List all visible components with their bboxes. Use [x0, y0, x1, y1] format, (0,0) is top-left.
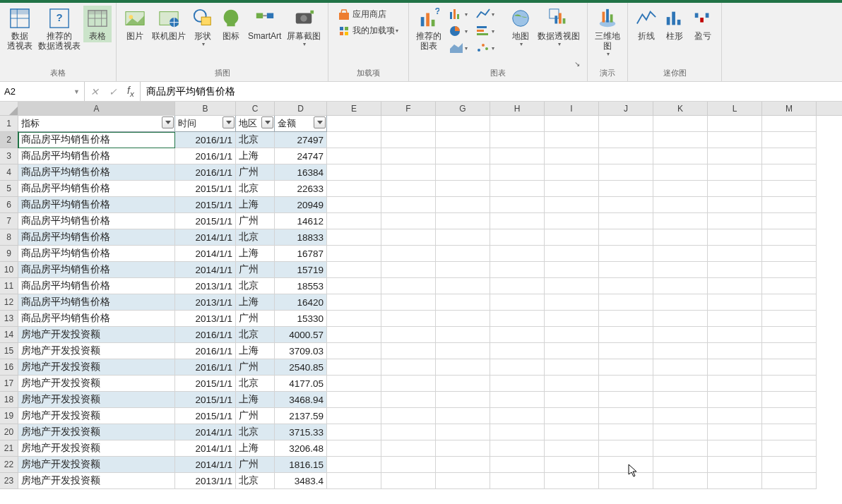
cell[interactable]: 16787: [275, 246, 327, 262]
cell[interactable]: [708, 359, 762, 376]
cell[interactable]: 上海: [236, 440, 275, 457]
cell[interactable]: [762, 457, 817, 473]
maps-button[interactable]: 地图: [506, 6, 535, 49]
cell[interactable]: 商品房平均销售价格: [18, 229, 175, 246]
cell[interactable]: [490, 343, 545, 359]
cell[interactable]: [708, 197, 762, 213]
cell[interactable]: [762, 197, 817, 213]
cell[interactable]: [762, 311, 817, 327]
row-header[interactable]: 12: [0, 294, 18, 311]
row-header[interactable]: 2: [0, 132, 18, 148]
cell[interactable]: [490, 376, 545, 392]
cell[interactable]: 北京: [236, 376, 275, 392]
cell[interactable]: [381, 262, 436, 278]
cell[interactable]: [545, 164, 599, 181]
col-header-M[interactable]: M: [762, 102, 817, 115]
cell[interactable]: [762, 440, 817, 457]
row-header[interactable]: 13: [0, 311, 18, 327]
cell[interactable]: 2013/1/1: [175, 311, 236, 327]
cell[interactable]: [327, 457, 381, 473]
cell[interactable]: [653, 278, 708, 294]
cell[interactable]: 2014/1/1: [175, 440, 236, 457]
cell[interactable]: [762, 164, 817, 181]
cell[interactable]: [327, 376, 381, 392]
cell[interactable]: [436, 181, 490, 197]
cell[interactable]: 广州: [236, 213, 275, 229]
scatter-chart-button[interactable]: [472, 40, 497, 56]
cell[interactable]: [327, 327, 381, 343]
row-header[interactable]: 10: [0, 262, 18, 278]
cell[interactable]: [545, 197, 599, 213]
cell[interactable]: 18553: [275, 278, 327, 294]
cell[interactable]: 16384: [275, 164, 327, 181]
cell[interactable]: [708, 343, 762, 359]
cell[interactable]: 商品房平均销售价格: [18, 197, 175, 213]
cell[interactable]: [653, 376, 708, 392]
cell[interactable]: [708, 392, 762, 408]
cell[interactable]: [490, 246, 545, 262]
col-header-F[interactable]: F: [381, 102, 436, 115]
cancel-icon[interactable]: ✕: [90, 86, 99, 97]
cell[interactable]: 上海: [236, 343, 275, 359]
cell[interactable]: 房地产开发投资额: [18, 392, 175, 408]
cell[interactable]: [653, 213, 708, 229]
row-header[interactable]: 21: [0, 440, 18, 457]
cell[interactable]: [599, 262, 653, 278]
table-header-region[interactable]: 地区: [236, 116, 275, 132]
cell[interactable]: 2016/1/1: [175, 132, 236, 148]
cell[interactable]: [653, 229, 708, 246]
cell[interactable]: [327, 229, 381, 246]
cell[interactable]: [327, 246, 381, 262]
cell[interactable]: [599, 197, 653, 213]
cell[interactable]: [490, 278, 545, 294]
cell[interactable]: [762, 213, 817, 229]
cell[interactable]: 上海: [236, 246, 275, 262]
cell[interactable]: [545, 148, 599, 164]
row-header[interactable]: 14: [0, 327, 18, 343]
cell[interactable]: [653, 148, 708, 164]
cell[interactable]: [599, 343, 653, 359]
cell[interactable]: [490, 197, 545, 213]
cell[interactable]: [490, 148, 545, 164]
cell[interactable]: 2013/1/1: [175, 278, 236, 294]
cell[interactable]: 20949: [275, 197, 327, 213]
cell[interactable]: 北京: [236, 181, 275, 197]
cell[interactable]: [327, 343, 381, 359]
my-addins-button[interactable]: 我的加载项: [336, 23, 401, 38]
cell[interactable]: [381, 311, 436, 327]
name-box[interactable]: A2 ▼: [0, 82, 85, 101]
row-header[interactable]: 6: [0, 197, 18, 213]
col-header-D[interactable]: D: [275, 102, 327, 115]
filter-dropdown-icon[interactable]: [162, 116, 174, 128]
cell[interactable]: 商品房平均销售价格: [18, 311, 175, 327]
cell[interactable]: [708, 246, 762, 262]
col-header-L[interactable]: L: [708, 102, 762, 115]
cell[interactable]: 15330: [275, 311, 327, 327]
recommended-charts-button[interactable]: ? 推荐的 图表: [413, 6, 444, 52]
cell[interactable]: [436, 359, 490, 376]
cell[interactable]: 北京: [236, 278, 275, 294]
cell[interactable]: [545, 473, 599, 489]
cell[interactable]: 广州: [236, 408, 275, 424]
cell[interactable]: [436, 424, 490, 440]
bar-chart-button[interactable]: [472, 23, 497, 39]
cell[interactable]: 1816.15: [275, 457, 327, 473]
cell[interactable]: [490, 424, 545, 440]
cell[interactable]: [436, 229, 490, 246]
cell[interactable]: [545, 132, 599, 148]
cell[interactable]: 上海: [236, 148, 275, 164]
cell[interactable]: 商品房平均销售价格: [18, 148, 175, 164]
cell[interactable]: 上海: [236, 294, 275, 311]
row-header[interactable]: 8: [0, 229, 18, 246]
cell[interactable]: [762, 246, 817, 262]
cell[interactable]: [327, 311, 381, 327]
cell[interactable]: 2016/1/1: [175, 343, 236, 359]
charts-dialog-launcher[interactable]: ↘: [574, 60, 584, 70]
cell[interactable]: 3468.94: [275, 392, 327, 408]
cell[interactable]: 广州: [236, 164, 275, 181]
cell[interactable]: 2015/1/1: [175, 408, 236, 424]
cell[interactable]: [762, 392, 817, 408]
store-button[interactable]: 应用商店: [336, 7, 401, 22]
cell[interactable]: [490, 440, 545, 457]
cell[interactable]: [762, 148, 817, 164]
